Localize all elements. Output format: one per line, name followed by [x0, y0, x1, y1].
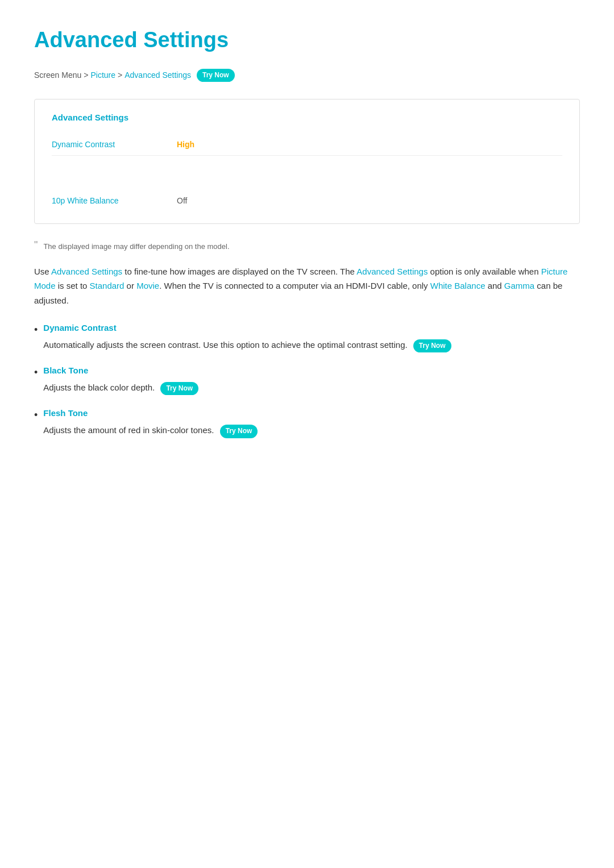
- bullet-desc-text-black-tone: Adjusts the black color depth.: [43, 383, 155, 392]
- bullet-title-flesh-tone: Flesh Tone: [43, 406, 580, 420]
- breadcrumb-screen-menu: Screen Menu: [34, 69, 81, 81]
- bullet-title-dynamic-contrast: Dynamic Contrast: [43, 321, 580, 335]
- settings-box-title: Advanced Settings: [52, 111, 562, 124]
- desc-text-4: is set to: [56, 281, 90, 290]
- bullet-content-flesh-tone: Flesh Tone Adjusts the amount of red in …: [43, 406, 580, 438]
- desc-link-white-balance[interactable]: White Balance: [430, 281, 486, 290]
- page-title: Advanced Settings: [34, 23, 580, 57]
- breadcrumb-advanced-settings-link[interactable]: Advanced Settings: [125, 69, 191, 81]
- desc-text-6: . When the TV is connected to a computer…: [159, 281, 430, 290]
- breadcrumb-picture-link[interactable]: Picture: [90, 69, 115, 81]
- setting-value-white-balance: Off: [177, 194, 187, 207]
- bullet-desc-text-flesh-tone: Adjusts the amount of red in skin-color …: [43, 425, 214, 435]
- bullet-content-dynamic-contrast: Dynamic Contrast Automatically adjusts t…: [43, 321, 580, 352]
- desc-text-7: and: [485, 281, 504, 290]
- note-line: " The displayed image may differ dependi…: [34, 241, 580, 253]
- desc-link-standard[interactable]: Standard: [90, 281, 125, 290]
- description-paragraph: Use Advanced Settings to fine-tune how i…: [34, 264, 580, 308]
- bullet-desc-black-tone: Adjusts the black color depth. Try Now: [43, 381, 580, 395]
- desc-text-3: option is only available when: [428, 267, 541, 276]
- bullet-title-black-tone: Black Tone: [43, 364, 580, 377]
- bullet-try-now-flesh-tone[interactable]: Try Now: [220, 425, 258, 438]
- bullet-try-now-black-tone[interactable]: Try Now: [160, 382, 198, 395]
- setting-label-dynamic-contrast: Dynamic Contrast: [52, 138, 177, 151]
- bullet-try-now-dynamic-contrast[interactable]: Try Now: [413, 339, 451, 352]
- setting-row-dynamic-contrast[interactable]: Dynamic Contrast High: [52, 134, 562, 156]
- desc-text-2: to fine-tune how images are displayed on…: [122, 267, 356, 276]
- breadcrumb-try-now-badge[interactable]: Try Now: [197, 69, 235, 82]
- bullet-desc-text-dynamic-contrast: Automatically adjusts the screen contras…: [43, 340, 407, 350]
- desc-link-advanced-settings-2[interactable]: Advanced Settings: [356, 267, 428, 276]
- bullet-content-black-tone: Black Tone Adjusts the black color depth…: [43, 364, 580, 395]
- bullet-dot-3: •: [34, 407, 38, 423]
- setting-value-dynamic-contrast: High: [177, 138, 194, 151]
- settings-box: Advanced Settings Dynamic Contrast High …: [34, 99, 580, 224]
- bullet-item-dynamic-contrast: • Dynamic Contrast Automatically adjusts…: [34, 321, 580, 352]
- bullet-item-black-tone: • Black Tone Adjusts the black color dep…: [34, 364, 580, 395]
- desc-link-gamma[interactable]: Gamma: [504, 281, 534, 290]
- bullet-dot-2: •: [34, 364, 38, 381]
- breadcrumb-separator-1: >: [84, 69, 88, 81]
- desc-link-movie[interactable]: Movie: [136, 281, 159, 290]
- settings-box-spacer: [52, 156, 562, 190]
- desc-text-1: Use: [34, 267, 51, 276]
- bullet-desc-dynamic-contrast: Automatically adjusts the screen contras…: [43, 338, 580, 352]
- bullet-list: • Dynamic Contrast Automatically adjusts…: [34, 321, 580, 438]
- setting-row-white-balance[interactable]: 10p White Balance Off: [52, 190, 562, 211]
- desc-link-advanced-settings-1[interactable]: Advanced Settings: [51, 267, 122, 276]
- bullet-dot-1: •: [34, 322, 38, 338]
- bullet-item-flesh-tone: • Flesh Tone Adjusts the amount of red i…: [34, 406, 580, 438]
- setting-label-white-balance: 10p White Balance: [52, 194, 177, 207]
- breadcrumb: Screen Menu > Picture > Advanced Setting…: [34, 69, 580, 82]
- breadcrumb-separator-2: >: [118, 69, 122, 81]
- desc-text-5: or: [124, 281, 136, 290]
- bullet-desc-flesh-tone: Adjusts the amount of red in skin-color …: [43, 423, 580, 438]
- note-quote-icon: ": [34, 240, 38, 250]
- note-text: The displayed image may differ depending…: [43, 241, 229, 253]
